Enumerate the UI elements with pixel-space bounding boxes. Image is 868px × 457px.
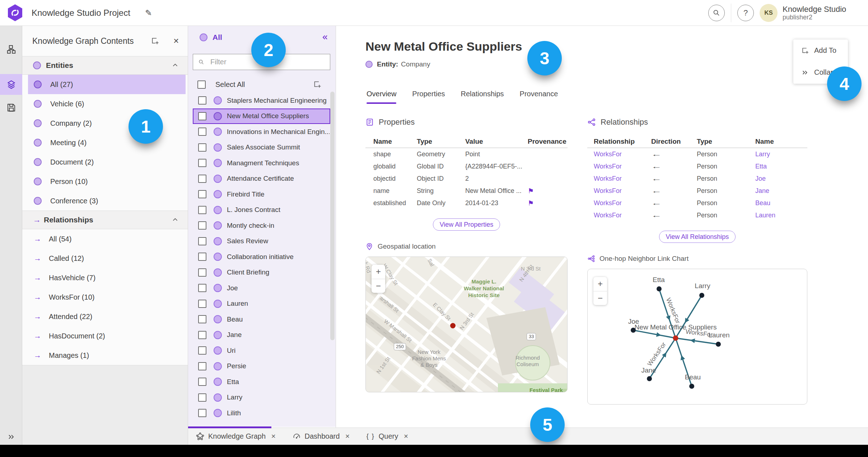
item-checkbox[interactable]: [198, 300, 206, 308]
entity-instance-item[interactable]: Firebird Title: [193, 186, 330, 202]
provenance-flag-icon[interactable]: ⚑: [528, 187, 568, 195]
related-entity-link[interactable]: Etta: [755, 163, 807, 170]
item-checkbox[interactable]: [198, 362, 206, 370]
view-all-properties-button[interactable]: View All Properties: [433, 218, 500, 231]
link-chart-zoom-out-button[interactable]: −: [593, 291, 607, 305]
collapse-list-panel-button[interactable]: [321, 33, 329, 42]
entity-instance-item[interactable]: Sales Associate Summit: [193, 140, 330, 156]
search-button[interactable]: [708, 5, 725, 21]
collapse-relationships-icon[interactable]: [171, 216, 179, 224]
select-all-checkbox[interactable]: [197, 80, 206, 89]
edit-title-icon[interactable]: ✎: [145, 0, 152, 26]
add-to-contents-button[interactable]: [151, 37, 159, 45]
contents-nav-button[interactable]: [0, 74, 22, 95]
tab-dashboard[interactable]: Dashboard ✕: [293, 432, 350, 440]
item-checkbox[interactable]: [198, 190, 206, 198]
relationship-link[interactable]: WorksFor: [594, 163, 651, 170]
related-entity-link[interactable]: Joe: [755, 175, 807, 183]
entity-instance-item[interactable]: Persie: [193, 359, 330, 374]
rail-expand-button[interactable]: [0, 433, 22, 441]
provenance-flag-icon[interactable]: ⚑: [528, 199, 568, 207]
item-checkbox[interactable]: [198, 96, 206, 105]
relationship-type-item[interactable]: → HasDocument (2): [28, 326, 186, 346]
view-all-relationships-button[interactable]: View All Relationships: [659, 231, 736, 243]
user-info[interactable]: Knowledge Studio publisher2: [783, 5, 868, 21]
link-chart-center-node[interactable]: [673, 336, 678, 341]
tab-relationships[interactable]: Relationships: [461, 90, 504, 104]
item-checkbox[interactable]: [198, 128, 206, 136]
collapse-entities-icon[interactable]: [171, 61, 179, 69]
related-entity-link[interactable]: Larry: [755, 151, 807, 158]
entity-type-item[interactable]: Meeting (4): [28, 133, 186, 152]
item-checkbox[interactable]: [198, 253, 206, 261]
relationship-type-item[interactable]: → Manages (1): [28, 346, 186, 365]
entity-instance-item[interactable]: Innovations in Mechanical Engin...: [193, 124, 330, 140]
close-tab-icon[interactable]: ✕: [345, 433, 350, 440]
entities-section-header[interactable]: Entities: [22, 56, 188, 75]
entity-instance-item[interactable]: Staplers Mechanical Engineering: [193, 93, 330, 109]
item-checkbox[interactable]: [198, 159, 206, 167]
entity-instance-item[interactable]: Lilith: [193, 405, 330, 421]
relationship-type-item[interactable]: → Called (12): [28, 249, 186, 268]
close-tab-icon[interactable]: ✕: [271, 433, 276, 440]
entity-instance-item[interactable]: Larry: [193, 390, 330, 406]
link-chart-node[interactable]: Beau: [685, 373, 701, 389]
entity-instance-item[interactable]: Uri: [193, 343, 330, 359]
entity-type-item[interactable]: Document (2): [28, 152, 186, 172]
tab-properties[interactable]: Properties: [412, 90, 445, 104]
relationship-link[interactable]: WorksFor: [594, 199, 651, 207]
item-checkbox[interactable]: [198, 206, 206, 214]
link-chart-node[interactable]: Larry: [695, 282, 710, 298]
item-checkbox[interactable]: [198, 315, 206, 323]
item-checkbox[interactable]: [198, 221, 206, 230]
entity-instance-item[interactable]: Jane: [193, 327, 330, 343]
item-checkbox[interactable]: [198, 331, 206, 339]
relationship-link[interactable]: WorksFor: [594, 151, 651, 158]
entity-type-item[interactable]: All (27): [28, 75, 186, 94]
entity-instance-item[interactable]: Joe: [193, 280, 330, 296]
item-checkbox[interactable]: [198, 237, 206, 245]
link-chart-node[interactable]: Etta: [653, 276, 665, 291]
data-model-nav-button[interactable]: [0, 39, 22, 60]
entity-instance-item[interactable]: Managment Techniques: [193, 155, 330, 171]
relationship-type-item[interactable]: → Attended (22): [28, 307, 186, 326]
entity-instance-item[interactable]: Collaboration initiative: [193, 249, 330, 265]
related-entity-link[interactable]: Jane: [755, 187, 807, 195]
tab-overview[interactable]: Overview: [367, 90, 396, 104]
relationship-link[interactable]: WorksFor: [594, 212, 651, 219]
related-entity-link[interactable]: Lauren: [755, 212, 807, 219]
relationship-link[interactable]: WorksFor: [594, 175, 651, 183]
item-checkbox[interactable]: [198, 378, 206, 386]
link-chart-node[interactable]: Jane: [641, 366, 656, 381]
item-checkbox[interactable]: [198, 175, 206, 183]
tab-query[interactable]: { } Query ✕: [367, 432, 409, 440]
entity-instance-item[interactable]: Beau: [193, 311, 330, 327]
add-entity-button[interactable]: [313, 80, 322, 89]
entity-instance-item[interactable]: Lauren: [193, 296, 330, 312]
app-logo-icon[interactable]: [7, 4, 23, 22]
entity-instance-item[interactable]: Client Briefing: [193, 265, 330, 281]
entity-instance-item[interactable]: Sales Review: [193, 234, 330, 249]
tab-provenance[interactable]: Provenance: [520, 90, 558, 104]
link-chart-node[interactable]: Lauren: [708, 331, 729, 347]
avatar[interactable]: KS: [760, 4, 778, 22]
entity-type-item[interactable]: Conference (3): [28, 191, 186, 211]
entity-instance-item[interactable]: Etta: [193, 374, 330, 390]
map-zoom-out-button[interactable]: −: [372, 279, 385, 293]
link-chart-zoom-in-button[interactable]: +: [593, 277, 607, 291]
link-chart[interactable]: WorksForWorksForWorksForNew Metal Office…: [587, 269, 807, 405]
relationship-type-item[interactable]: → HasVehicle (7): [28, 268, 186, 287]
item-checkbox[interactable]: [198, 393, 206, 402]
save-nav-button[interactable]: [0, 97, 22, 118]
item-checkbox[interactable]: [198, 409, 206, 417]
item-checkbox[interactable]: [198, 284, 206, 292]
close-contents-panel-button[interactable]: ✕: [173, 37, 179, 45]
geospatial-map[interactable]: + − k RdW Clay StSalarshall StW Marshall…: [365, 257, 568, 392]
entity-instance-item[interactable]: L. Jones Contract: [193, 202, 330, 218]
list-scrollbar[interactable]: [330, 92, 335, 340]
close-tab-icon[interactable]: ✕: [403, 433, 408, 440]
relationship-link[interactable]: WorksFor: [594, 187, 651, 195]
add-to-menu-item[interactable]: Add To: [793, 40, 848, 61]
item-checkbox[interactable]: [198, 346, 206, 355]
related-entity-link[interactable]: Beau: [755, 199, 807, 207]
